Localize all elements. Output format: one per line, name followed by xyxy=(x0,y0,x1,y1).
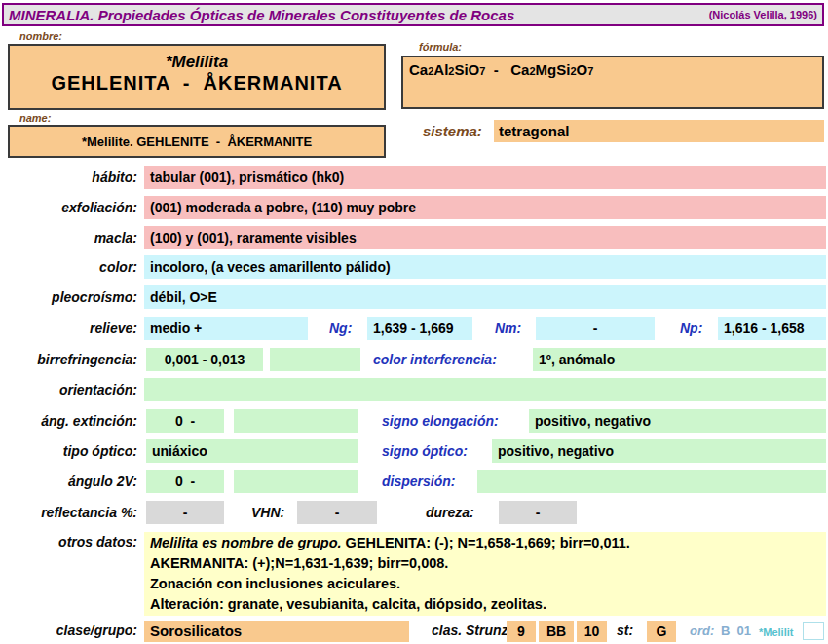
field-label-habito: hábito: xyxy=(0,166,137,189)
st-label: st: xyxy=(617,620,633,641)
otros-datos-line-3: Zonación con inclusiones aciculares. xyxy=(150,574,826,594)
dispersion-value[interactable] xyxy=(477,470,826,493)
np-value[interactable]: 1,616 - 1,658 xyxy=(718,317,826,340)
ang-extincion-value-2[interactable] xyxy=(234,409,358,433)
nombre-label: nombre: xyxy=(19,30,62,42)
field-label-color: color: xyxy=(0,255,137,279)
otros-datos-line-1: Melilita es nombre de grupo. GEHLENITA: … xyxy=(150,533,826,553)
angulo-2v-value-1[interactable]: 0 - xyxy=(146,470,224,493)
field-label-orientacion: orientación: xyxy=(0,378,137,401)
field-label-macla: macla: xyxy=(0,226,137,249)
mineral-name-box[interactable]: *Melilita GEHLENITA - ÅKERMANITA xyxy=(8,44,386,110)
field-label-exfoliacion: exfoliación: xyxy=(0,196,137,219)
ang-extincion-value-1[interactable]: 0 - xyxy=(146,409,224,433)
otros-datos-line-2: AKERMANITA: (+);N=1,631-1,639; birr=0,00… xyxy=(150,553,826,574)
field-value-pleocroismo[interactable]: débil, O>E xyxy=(144,285,826,309)
footer-empty-field[interactable] xyxy=(803,622,824,640)
otros-datos-line-1-rest: GEHLENITA: (-); N=1,658-1,669; birr=0,01… xyxy=(342,535,630,550)
st-value[interactable]: G xyxy=(647,621,676,642)
formula-value-box[interactable]: Ca2Al2SiO7 - Ca2MgSi2O7 xyxy=(401,56,824,109)
clase-grupo-label: clase/grupo: xyxy=(0,620,137,641)
orientacion-value[interactable] xyxy=(144,378,826,401)
otros-datos-line-1-italic: Melilita es nombre de grupo. xyxy=(150,535,342,550)
mineralia-form: MINERALIA. Propiedades Ópticas de Minera… xyxy=(0,0,828,644)
signo-elongacion-value[interactable]: positivo, negativo xyxy=(529,409,826,433)
name-label: name: xyxy=(19,112,51,124)
field-value-relieve[interactable]: medio + xyxy=(144,317,308,340)
strunz-value-3[interactable]: 10 xyxy=(577,621,607,642)
field-label-angulo-2v: ángulo 2V: xyxy=(0,470,137,493)
ng-label: Ng: xyxy=(329,317,352,340)
mineral-series-name: GEHLENITA - ÅKERMANITA xyxy=(10,72,384,95)
dureza-label: dureza: xyxy=(426,501,474,524)
sistema-value-box[interactable]: tetragonal xyxy=(494,120,824,142)
ord-value: B 01 xyxy=(721,621,751,642)
np-label: Np: xyxy=(680,317,702,340)
clase-grupo-value[interactable]: Sorosilicatos xyxy=(144,621,409,642)
dispersion-label: dispersión: xyxy=(382,470,455,493)
tipo-optico-value[interactable]: uniáxico xyxy=(146,439,358,463)
reflectancia-value[interactable]: - xyxy=(146,501,224,524)
mineral-ref-tag: *Melilit xyxy=(759,623,793,642)
field-label-birrefringencia: birrefringencia: xyxy=(0,348,137,371)
vhn-label: VHN: xyxy=(251,501,284,524)
signo-elongacion-label: signo elongación: xyxy=(382,409,499,433)
nm-value[interactable]: - xyxy=(536,317,655,340)
otros-datos-line-4: Alteración: granate, vesubianita, calcit… xyxy=(150,594,826,615)
signo-optico-value[interactable]: positivo, negativo xyxy=(492,439,826,463)
mineral-name-english-box[interactable]: *Melilite. GEHLENITE - ÅKERMANITE xyxy=(8,125,386,158)
field-label-ang-extincion: áng. extinción: xyxy=(0,409,137,433)
angulo-2v-value-2[interactable] xyxy=(234,470,358,493)
formula-label: fórmula: xyxy=(419,41,462,53)
field-label-tipo-optico: tipo óptico: xyxy=(0,439,137,463)
app-title: MINERALIA. Propiedades Ópticas de Minera… xyxy=(9,7,514,23)
color-interferencia-value[interactable]: 1º, anómalo xyxy=(533,348,826,371)
dureza-value[interactable]: - xyxy=(499,501,577,524)
birrefringencia-value-2[interactable] xyxy=(270,348,360,371)
field-value-color[interactable]: incoloro, (a veces amarillento pálido) xyxy=(144,255,826,279)
field-value-macla[interactable]: (100) y (001), raramente visibles xyxy=(144,226,826,249)
field-label-pleocroismo: pleocroísmo: xyxy=(0,285,137,309)
app-title-bar: MINERALIA. Propiedades Ópticas de Minera… xyxy=(2,3,824,26)
signo-optico-label: signo óptico: xyxy=(382,439,468,463)
vhn-value[interactable]: - xyxy=(297,501,377,524)
field-value-habito[interactable]: tabular (001), prismático (hk0) xyxy=(144,166,826,189)
ord-label: ord: xyxy=(690,621,714,642)
color-interferencia-label: color interferencia: xyxy=(373,348,497,371)
strunz-label: clas. Strunz: xyxy=(432,620,512,641)
field-label-relieve: relieve: xyxy=(0,317,137,340)
strunz-value-2[interactable]: BB xyxy=(539,621,574,642)
sistema-label: sistema: xyxy=(423,123,482,139)
birrefringencia-value-1[interactable]: 0,001 - 0,013 xyxy=(146,348,263,371)
app-credit: (Nicolás Velilla, 1996) xyxy=(709,9,817,20)
ng-value[interactable]: 1,639 - 1,669 xyxy=(367,317,472,340)
nm-label: Nm: xyxy=(495,317,521,340)
mineral-group-name: *Melilita xyxy=(10,53,384,72)
field-value-exfoliacion[interactable]: (001) moderada a pobre, (110) muy pobre xyxy=(144,196,826,219)
field-label-reflectancia: reflectancia %: xyxy=(0,501,137,524)
otros-datos-label: otros datos: xyxy=(0,532,137,552)
strunz-value-1[interactable]: 9 xyxy=(507,621,536,642)
otros-datos-box[interactable]: Melilita es nombre de grupo. GEHLENITA: … xyxy=(144,532,826,616)
